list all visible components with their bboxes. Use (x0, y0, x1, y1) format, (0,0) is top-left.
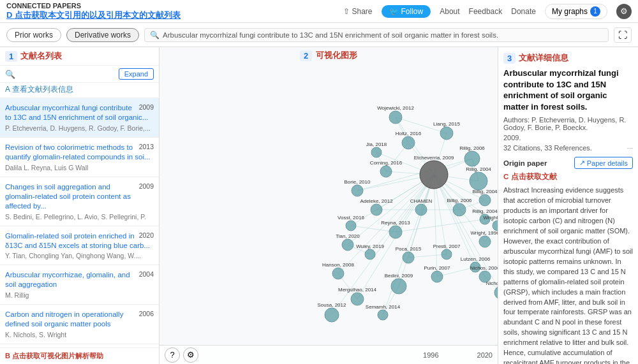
graph-svg[interactable]: Etcheverria, 2009Holtz, 2016Corning, 201… (160, 47, 498, 345)
graph-node-label: Liang, 2015 (433, 121, 460, 127)
graph-bottom-bar: ? ⚙ 1996 2020 (160, 345, 498, 364)
graph-node[interactable]: Bedini, 2009 (385, 273, 413, 294)
graph-node[interactable]: Billig, 2006 (447, 198, 472, 216)
svg-point-11 (453, 203, 466, 216)
graph-node[interactable]: Reyna, 2013 (381, 220, 410, 238)
graph-node[interactable]: CHAMEN (410, 198, 433, 215)
graph-node[interactable]: Wright, 1996 (470, 230, 498, 247)
svg-point-5 (440, 127, 453, 140)
graph-node[interactable]: Holtz, 2016 (396, 131, 422, 149)
graph-node-label: Mergulhao, 2014 (338, 287, 377, 293)
settings-icon: ⚙ (620, 6, 628, 16)
prior-works-tab[interactable]: Prior works (6, 28, 61, 42)
graph-node[interactable]: Vosst, 2016 (338, 215, 364, 231)
paper-year: 2004 (139, 270, 154, 278)
graph-node[interactable]: Adeleke, 2012 (360, 198, 393, 215)
my-graphs-button[interactable]: My graphs 1 (545, 4, 607, 19)
graph-node-label: Wright, 1996 (470, 230, 498, 236)
settings-button[interactable]: ⚙ (616, 4, 632, 19)
header-actions: ⇧ Share 🐦 Follow About Feedback Donate M… (343, 4, 632, 19)
graph-node-label: Wojewicki, 2012 (377, 105, 414, 111)
get-paper-button[interactable]: C 点击获取文献 (503, 172, 633, 182)
graph-node-label: Wuley, 2019 (356, 244, 384, 249)
logo-text1: CONNECTED PAPERS (6, 2, 181, 10)
graph-node-label: Vosst, 2016 (338, 215, 364, 221)
graph-node-label: Billig, 2004 (472, 189, 498, 194)
paper-list-item[interactable]: 2009 Arbuscular mycorrhizal fungi contri… (0, 98, 159, 138)
graph-node-label: Sousa, 2012 (318, 302, 346, 308)
svg-point-25 (391, 279, 406, 294)
donate-button[interactable]: Donate (511, 7, 536, 16)
graph-area[interactable]: 2 可视化图形 Etcheverria, 2009Holtz, 2016Corn… (160, 47, 498, 364)
help-button[interactable]: ? (165, 347, 180, 363)
paper-list-item[interactable]: 2006 Carbon and nitrogen in operationall… (0, 305, 159, 344)
graph-node[interactable]: Poca, 2015 (396, 246, 422, 263)
fullscreen-icon: ⛶ (618, 30, 627, 40)
year-range: 1996 2020 (423, 351, 493, 359)
graph-node-label: Rillig, 2004 (472, 208, 498, 214)
share-button[interactable]: ⇧ Share (343, 7, 372, 16)
svg-point-8 (470, 172, 487, 190)
graph-node-label: Rillig, 2006 (459, 145, 485, 151)
origin-paper-section: Origin paper ↗ Paper details (503, 157, 633, 169)
graph-node[interactable]: Rillig, 2004 (466, 166, 491, 190)
follow-button[interactable]: 🐦 Follow (382, 5, 431, 18)
paper-authors: P. Etcheverria, D. Huygens, R. Godoy, F.… (5, 124, 154, 132)
graph-node-label: Semamh, 2014 (366, 304, 401, 310)
graph-node[interactable]: Semamh, 2014 (366, 304, 401, 320)
paper-list: 2009 Arbuscular mycorrhizal fungi contri… (0, 98, 159, 347)
graph-settings-button[interactable]: ⚙ (183, 347, 198, 363)
paper-list-item[interactable]: 2004 Arbuscular mycorrhizae, glomalin, a… (0, 265, 159, 305)
search-input[interactable] (163, 31, 603, 39)
graph-node[interactable]: Nichos, 2005 (486, 280, 498, 299)
about-button[interactable]: About (440, 7, 459, 16)
paper-year: 2006 (139, 310, 154, 317)
more-icon[interactable]: ··· (627, 144, 633, 152)
paper-authors: K. Nichols, S. Wright (5, 331, 154, 339)
paper-list-item[interactable]: 2020 Glomalin-related soil protein enric… (0, 226, 159, 266)
svg-point-14 (389, 226, 402, 238)
paper-title: Revision of two colorimetric methods to … (5, 143, 154, 162)
svg-point-29 (325, 308, 339, 322)
graph-node-label: Billig, 2006 (447, 198, 472, 203)
paper-authors: S. Bedini, E. Pellegrino, L. Avio, S. Pe… (5, 213, 154, 221)
graph-node-label: Bedini, 2009 (385, 273, 413, 279)
graph-node[interactable]: Corning, 2016 (370, 160, 403, 177)
svg-point-20 (479, 236, 491, 247)
paper-list-item[interactable]: 2009 Changes in soil aggregation and glo… (0, 177, 159, 226)
graph-node[interactable]: Wojewicki, 2012 (377, 105, 414, 124)
graph-node-label: Rillig, 2004 (466, 166, 491, 172)
svg-point-6 (352, 185, 363, 196)
graph-node[interactable]: Rillig, 2006 (459, 145, 485, 166)
main-content: 1 文献名列表 🔍 Expand A 查看文献列表信息 2009 Arbuscu… (0, 47, 638, 364)
svg-point-19 (441, 249, 452, 259)
fullscreen-button[interactable]: ⛶ (614, 27, 632, 43)
search-icon: 🔍 (150, 31, 160, 40)
origin-paper-label: Origin paper (503, 159, 547, 167)
graph-node-label: Wright, 1996 (483, 215, 498, 221)
graph-node[interactable]: Sousa, 2012 (318, 302, 346, 322)
svg-point-7 (464, 151, 480, 166)
paper-title: Arbuscular mycorrhizae, glomalin, and so… (5, 270, 154, 289)
graph-node[interactable]: Presti, 2007 (433, 244, 461, 259)
logo-text2: D 点击获取本文引用的以及引用本文的文献列表 (6, 10, 181, 20)
header: CONNECTED PAPERS D 点击获取本文引用的以及引用本文的文献列表 … (0, 0, 638, 23)
paper-list-item[interactable]: 2013 Revision of two colorimetric method… (0, 138, 159, 177)
svg-point-2 (380, 166, 392, 177)
derivative-works-tab[interactable]: Derivative works (66, 28, 139, 42)
graph-node-label: Adeleke, 2012 (360, 198, 393, 204)
graph-node[interactable]: Wuley, 2019 (356, 244, 384, 259)
graph-node-label: Etcheverria, 2009 (414, 155, 454, 161)
svg-point-30 (378, 310, 388, 320)
panel-search-icon: 🔍 (5, 69, 15, 79)
graph-node[interactable]: Hanson, 2008 (322, 262, 354, 279)
right-panel: 3 文献详细信息 Arbuscular mycorrhizal fungi co… (498, 47, 638, 364)
paper-details-button[interactable]: ↗ Paper details (574, 157, 633, 169)
graph-node[interactable]: Etcheverria, 2009 (414, 155, 454, 189)
graph-node-label: Jia, 2018 (366, 142, 387, 147)
expand-button[interactable]: Expand (119, 68, 154, 80)
svg-point-28 (351, 293, 364, 305)
graph-node[interactable]: Purin, 2007 (424, 265, 450, 282)
feedback-button[interactable]: Feedback (469, 7, 503, 16)
left-panel-title: 文献名列表 (20, 50, 62, 62)
